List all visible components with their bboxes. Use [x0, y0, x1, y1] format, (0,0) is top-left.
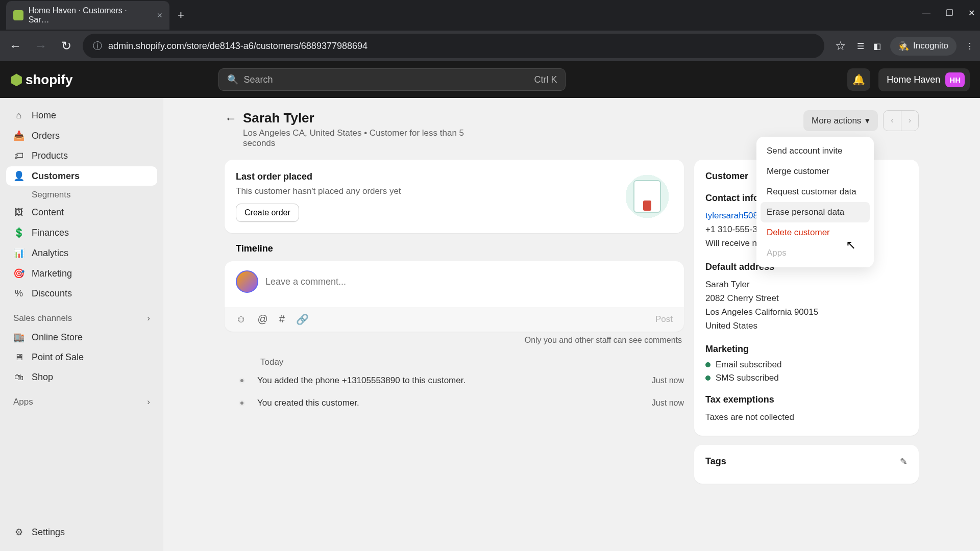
email-subscribed: Email subscribed	[705, 360, 908, 370]
status-dot-icon	[705, 362, 710, 367]
dropdown-send-invite[interactable]: Send account invite	[761, 141, 870, 161]
dropdown-request-data[interactable]: Request customer data	[761, 182, 870, 202]
back-button[interactable]: ←	[6, 39, 24, 53]
shopify-logo[interactable]: ⬢ shopify	[10, 71, 72, 88]
link-icon[interactable]: 🔗	[296, 313, 309, 325]
comment-input[interactable]	[265, 277, 673, 287]
dropdown-apps: Apps	[761, 243, 870, 263]
sidebar-item-products[interactable]: 🏷Products	[6, 146, 157, 165]
sidebar-item-discounts[interactable]: %Discounts	[6, 284, 157, 303]
mention-icon[interactable]: @	[257, 313, 267, 325]
search-input[interactable]: 🔍 Search Ctrl K	[218, 68, 566, 91]
create-order-button[interactable]: Create order	[236, 204, 299, 222]
sidebar-item-analytics[interactable]: 📊Analytics	[6, 243, 157, 263]
panel-icon[interactable]: ◧	[873, 41, 881, 51]
page-title: Sarah Tyler	[243, 110, 478, 126]
address-street: 2082 Cherry Street	[705, 291, 908, 305]
app-header: ⬢ shopify 🔍 Search Ctrl K 🔔 Home Haven H…	[0, 61, 980, 98]
sidebar-item-online-store[interactable]: 🏬Online Store	[6, 328, 157, 347]
new-tab-button[interactable]: +	[169, 9, 192, 22]
store-icon: 🏬	[13, 332, 24, 343]
url-text: admin.shopify.com/store/de8143-a6/custom…	[108, 41, 368, 52]
timeline-dot-icon	[239, 378, 245, 384]
tab-favicon-icon	[13, 10, 23, 20]
site-info-icon[interactable]: ⓘ	[93, 40, 102, 52]
dropdown-merge-customer[interactable]: Merge customer	[761, 161, 870, 182]
address-city: Los Angeles California 90015	[705, 305, 908, 319]
url-bar[interactable]: ⓘ admin.shopify.com/store/de8143-a6/cust…	[83, 34, 824, 58]
back-arrow[interactable]: ←	[225, 110, 237, 126]
search-shortcut: Ctrl K	[534, 74, 557, 85]
last-order-card: Last order placed This customer hasn't p…	[225, 160, 684, 233]
sidebar-item-marketing[interactable]: 🎯Marketing	[6, 264, 157, 283]
tax-heading: Tax exemptions	[705, 394, 908, 405]
browser-tab-bar: Home Haven · Customers · Sar… × + ― ❐ ✕	[0, 0, 980, 31]
address-country: United States	[705, 319, 908, 333]
bookmark-icon[interactable]: ☆	[831, 39, 850, 53]
edit-icon[interactable]: ✎	[900, 456, 908, 467]
store-avatar: HH	[945, 72, 965, 87]
tags-heading: Tags	[705, 456, 726, 467]
hashtag-icon[interactable]: #	[279, 313, 285, 325]
sidebar-item-segments[interactable]: Segments	[6, 187, 157, 203]
pos-icon: 🖥	[13, 352, 24, 363]
orders-icon: 📥	[13, 130, 24, 141]
incognito-badge[interactable]: 🕵 Incognito	[890, 37, 957, 56]
apps-header[interactable]: Apps›	[6, 388, 157, 411]
sales-channels-header[interactable]: Sales channels›	[6, 304, 157, 328]
customers-icon: 👤	[13, 170, 24, 182]
sms-subscribed: SMS subscribed	[705, 373, 908, 383]
search-icon: 🔍	[227, 74, 238, 85]
sidebar-item-content[interactable]: 🖼Content	[6, 203, 157, 222]
more-actions-button[interactable]: More actions ▾	[803, 110, 878, 131]
sidebar-item-settings[interactable]: ⚙Settings	[6, 522, 157, 542]
marketing-icon: 🎯	[13, 268, 24, 279]
browser-toolbar: ← → ↻ ⓘ admin.shopify.com/store/de8143-a…	[0, 31, 980, 61]
status-dot-icon	[705, 375, 710, 381]
close-window-icon[interactable]: ✕	[968, 8, 975, 18]
sidebar-item-finances[interactable]: 💲Finances	[6, 223, 157, 242]
menu-icon[interactable]: ⋮	[966, 41, 974, 51]
sidebar-item-orders[interactable]: 📥Orders	[6, 126, 157, 145]
home-icon: ⌂	[13, 110, 24, 121]
store-menu[interactable]: Home Haven HH	[878, 68, 970, 91]
tags-card: Tags ✎	[694, 445, 919, 484]
shopify-logo-icon: ⬢	[10, 71, 22, 88]
timeline-item: You created this customer. Just now	[225, 398, 684, 408]
emoji-icon[interactable]: ☺	[236, 313, 246, 325]
chevron-right-icon: ›	[147, 313, 150, 323]
notifications-icon[interactable]: 🔔	[847, 68, 870, 91]
pager-next[interactable]: ›	[901, 111, 918, 131]
gear-icon: ⚙	[13, 527, 24, 538]
dropdown-delete-customer[interactable]: Delete customer	[761, 222, 870, 243]
sidebar-item-home[interactable]: ⌂Home	[6, 106, 157, 125]
reload-button[interactable]: ↻	[57, 39, 76, 53]
incognito-icon: 🕵	[898, 41, 909, 52]
maximize-icon[interactable]: ❐	[946, 8, 953, 18]
timeline-title: Timeline	[225, 243, 684, 254]
extension-icon[interactable]: ☰	[857, 41, 864, 51]
browser-tab[interactable]: Home Haven · Customers · Sar… ×	[6, 1, 169, 30]
close-icon[interactable]: ×	[157, 10, 162, 21]
minimize-icon[interactable]: ―	[922, 8, 930, 18]
pager-prev[interactable]: ‹	[884, 111, 901, 131]
avatar	[236, 270, 258, 293]
timeline-item: You added the phone +13105553890 to this…	[225, 375, 684, 386]
shop-icon: 🛍	[13, 372, 24, 383]
more-actions-dropdown: Send account invite Merge customer Reque…	[756, 137, 874, 267]
main-content: ← Sarah Tyler Los Angeles CA, United Sta…	[163, 98, 980, 551]
sidebar: ⌂Home 📥Orders 🏷Products 👤Customers Segme…	[0, 98, 163, 551]
forward-button[interactable]: →	[32, 39, 50, 53]
chevron-down-icon: ▾	[865, 115, 870, 126]
post-button[interactable]: Post	[655, 314, 673, 324]
dropdown-erase-data[interactable]: Erase personal data	[761, 202, 870, 222]
products-icon: 🏷	[13, 151, 24, 161]
order-illustration-icon	[622, 171, 673, 222]
sidebar-item-shop[interactable]: 🛍Shop	[6, 368, 157, 387]
sidebar-item-customers[interactable]: 👤Customers	[6, 166, 157, 186]
tax-text: Taxes are not collected	[705, 410, 908, 424]
address-name: Sarah Tyler	[705, 278, 908, 291]
sidebar-item-pos[interactable]: 🖥Point of Sale	[6, 348, 157, 367]
last-order-title: Last order placed	[236, 171, 401, 182]
pager: ‹ ›	[883, 110, 919, 131]
